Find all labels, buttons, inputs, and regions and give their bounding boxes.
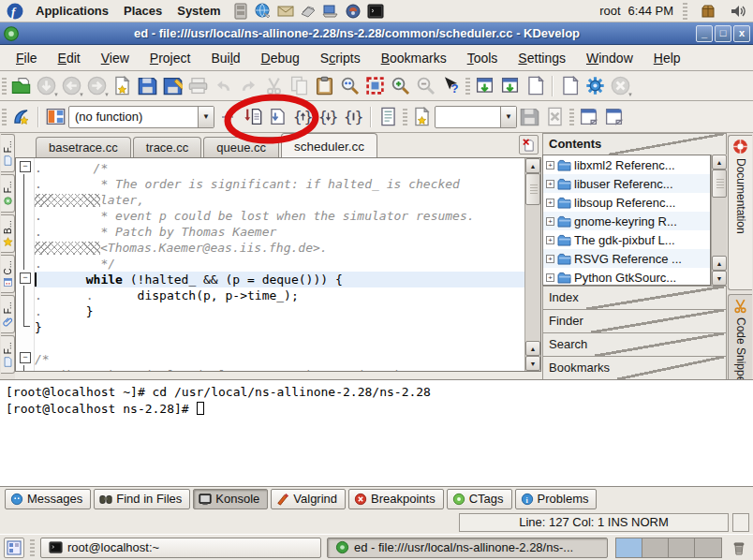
expander-plus-icon[interactable]: + (546, 217, 554, 226)
print-manager-icon[interactable] (299, 2, 317, 21)
menu-view[interactable]: View (93, 48, 138, 68)
contents-section-header[interactable]: Contents (542, 133, 727, 155)
tool-tab-valgrind[interactable]: Valgrind (271, 489, 346, 509)
configure-button[interactable] (583, 73, 608, 98)
snippet-selector-combobox[interactable]: ▼ (435, 106, 517, 128)
documentation-tree[interactable]: +libxml2 Referenc...+libuser Referenc...… (542, 155, 711, 286)
panel-menu-applications[interactable]: Applications (28, 2, 116, 20)
code-line[interactable]: later, (35, 192, 524, 208)
fedora-logo-icon[interactable]: f (6, 2, 24, 21)
code-line[interactable]: . /* (35, 160, 524, 176)
close-tab-button[interactable] (519, 135, 539, 155)
close-button[interactable]: x (733, 25, 750, 42)
workspace-cell-2[interactable] (642, 538, 669, 557)
scroll-up-button[interactable]: ▲ (525, 158, 540, 173)
menu-bookmarks[interactable]: Bookmarks (373, 48, 455, 68)
split-view-button[interactable] (214, 104, 240, 129)
new-snippet-button[interactable] (409, 104, 435, 129)
maximize-button[interactable]: □ (715, 25, 731, 42)
combobox-arrow-icon[interactable]: ▼ (500, 107, 516, 127)
doc-tree-item[interactable]: +The gdk-pixbuf L... (543, 230, 710, 249)
expander-plus-icon[interactable]: + (546, 180, 554, 188)
workspace-cell-4[interactable] (695, 538, 721, 557)
code-line[interactable]: while (!halted_ && (p = deque())) { (35, 272, 524, 287)
duplicate-view-button[interactable] (576, 104, 601, 129)
menu-edit[interactable]: Edit (50, 48, 89, 68)
whats-this-button[interactable]: ? (438, 73, 464, 98)
code-view[interactable]: . /*. * The order is significant: if hal… (15, 157, 541, 372)
combobox-arrow-icon[interactable]: ▼ (198, 107, 214, 127)
delete-snippet-button[interactable] (542, 104, 568, 129)
undo-button[interactable] (211, 73, 236, 98)
new-window-button[interactable] (523, 73, 548, 98)
zoom-in-button[interactable] (388, 73, 413, 98)
taskbar-button[interactable]: ed - file:///usr/local/ns-allinone-2.28/… (327, 538, 608, 558)
save-as-button[interactable] (160, 73, 185, 98)
panel-menu-places[interactable]: Places (116, 2, 170, 20)
stop-button[interactable]: ▼ (608, 73, 633, 98)
new-file-button[interactable] (110, 73, 135, 98)
function-selector-combobox[interactable]: (no function)▼ (68, 106, 214, 128)
file-manager-icon[interactable] (231, 2, 250, 21)
lower-editor-button[interactable] (497, 73, 523, 98)
left-dock-tab-5[interactable]: F... (1, 335, 15, 374)
jump-to-definition-button[interactable] (240, 104, 265, 129)
code-line[interactable] (35, 335, 524, 351)
section-header-bookmarks[interactable]: Bookmarks (542, 356, 727, 379)
code-line[interactable]: . */ (35, 256, 524, 272)
jump-to-declaration-button[interactable] (265, 104, 290, 129)
document-overview-button[interactable] (376, 104, 401, 129)
minimize-button[interactable]: _ (696, 25, 713, 42)
tool-tab-konsole[interactable]: Konsole (193, 489, 268, 509)
code-line[interactable]: * dispatch a single simulator event by s… (35, 367, 524, 371)
editor-vertical-scrollbar[interactable]: ▲ ▲ ▼ (524, 158, 540, 371)
terminal-launcher-icon[interactable] (366, 2, 385, 21)
web-browser-icon[interactable] (254, 2, 273, 21)
tree-scroll-down[interactable]: ▼ (712, 271, 727, 286)
right-dock-tab-documentation[interactable]: Documentation (728, 135, 752, 290)
forward-button[interactable]: ▼ (84, 73, 110, 98)
expander-plus-icon[interactable]: + (546, 236, 554, 244)
right-dock-tab-code-snippets[interactable]: Code Snippets (728, 294, 752, 379)
expander-plus-icon[interactable]: + (546, 161, 554, 169)
detach-view-button[interactable] (601, 104, 627, 129)
code-line[interactable]: . } (35, 303, 524, 319)
doc-tree-item[interactable]: +libsoup Referenc... (543, 193, 710, 212)
trash-icon[interactable] (729, 538, 749, 558)
code-line[interactable]: } (35, 319, 524, 335)
scroll-up-button2[interactable]: ▲ (525, 341, 540, 356)
save-button[interactable] (135, 73, 160, 98)
code-line[interactable]: /* (35, 351, 524, 367)
left-dock-tab-3[interactable]: C... (1, 255, 15, 293)
tool-tab-messages[interactable]: Messages (5, 489, 91, 509)
save-snippet-button[interactable] (517, 104, 542, 129)
tool-tab-breakpoints[interactable]: Breakpoints (348, 489, 444, 509)
screenshot-tool-icon[interactable] (321, 2, 340, 21)
menu-help[interactable]: Help (645, 48, 689, 68)
left-dock-tab-0[interactable]: F... (1, 134, 15, 172)
konsole-terminal[interactable]: [root@localhost ~]# cd /usr/local/ns-all… (0, 379, 753, 487)
left-dock-tab-4[interactable]: F... (1, 295, 15, 333)
left-dock-tab-1[interactable]: F... (1, 174, 15, 213)
editor-tab-basetrace.cc[interactable]: basetrace.cc (36, 137, 131, 157)
doc-tree-item[interactable]: +gnome-keyring R... (543, 212, 710, 230)
raise-editor-button[interactable] (472, 73, 497, 98)
email-icon[interactable] (276, 2, 295, 21)
copy-button[interactable] (287, 73, 312, 98)
code-line[interactable]: . * event p could be lost when the simul… (35, 208, 524, 224)
workspace-cell-1[interactable] (616, 538, 642, 557)
menu-tools[interactable]: Tools (459, 48, 507, 68)
section-header-search[interactable]: Search (542, 332, 727, 356)
print-button[interactable] (185, 73, 211, 98)
paste-button[interactable] (312, 73, 337, 98)
panel-clock[interactable]: 6:44 PM (628, 4, 673, 18)
build-target-button[interactable] (557, 73, 583, 98)
previous-block-button[interactable]: {} (290, 104, 316, 129)
open-file-button[interactable] (8, 73, 34, 98)
code-fold-margin[interactable] (16, 158, 35, 371)
expander-plus-icon[interactable]: + (546, 255, 554, 263)
new-class-wizard-button[interactable] (8, 104, 34, 129)
select-block-button[interactable]: {} (341, 104, 366, 129)
window-titlebar[interactable]: ed - file:///usr/local/ns-allinone-2.28/… (0, 22, 753, 45)
doc-tree-item[interactable]: +Python GtkSourc... (543, 268, 710, 286)
